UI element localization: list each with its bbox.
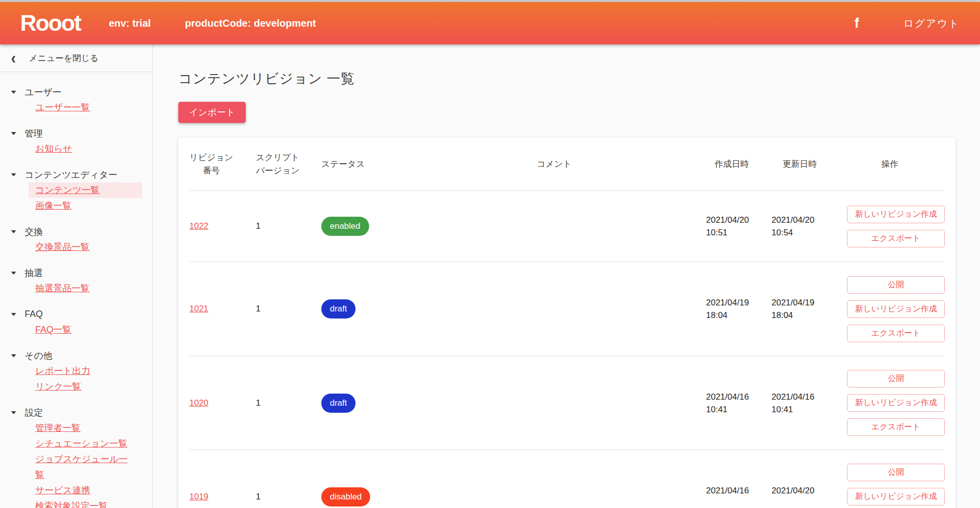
sidebar-section-header[interactable]: FAQ — [0, 306, 152, 322]
sidebar-link[interactable]: リンク一覧 — [35, 382, 81, 392]
table-header-row: リビジョン 番号 スクリプト バージョン ステータス コメント 作成日時 更新日… — [189, 138, 945, 191]
col-header-revision-no: リビジョン 番号 — [189, 151, 256, 177]
sidebar-link[interactable]: 画像一覧 — [35, 201, 72, 211]
sidebar-item: 画像一覧 — [0, 198, 152, 214]
status-cell: draft — [321, 299, 409, 319]
sidebar-section-label: 管理 — [25, 128, 43, 140]
action-button[interactable]: 新しいリビジョン作成 — [847, 488, 945, 505]
sidebar-item: コンテンツ一覧 — [29, 182, 142, 198]
revision-link[interactable]: 1021 — [189, 304, 208, 313]
sidebar-item: ジョブスケジュール一覧 — [0, 452, 152, 483]
col-header-updated: 更新日時 — [764, 158, 835, 170]
caret-down-icon — [11, 272, 16, 275]
table-row: 10221enabled2021/04/2010:512021/04/2010:… — [189, 191, 945, 262]
sidebar-menu: ユーザーユーザー一覧管理お知らせコンテンツエディターコンテンツ一覧画像一覧交換交… — [0, 72, 152, 508]
status-badge: disabled — [321, 487, 370, 506]
sidebar-item: ユーザー一覧 — [0, 100, 152, 115]
chevron-left-icon: ‹ — [11, 49, 16, 67]
status-cell: enabled — [321, 217, 409, 236]
date-line: 18:04 — [706, 309, 764, 322]
sidebar-section-header[interactable]: その他 — [0, 348, 152, 363]
sidebar-link[interactable]: 検索対象設定一覧 — [35, 501, 108, 508]
sidebar-link[interactable]: FAQ一覧 — [35, 325, 72, 335]
sidebar-link[interactable]: 管理者一覧 — [35, 423, 81, 433]
created-date-cell: 2021/04/2010:51 — [699, 191, 764, 262]
caret-down-icon — [11, 173, 16, 176]
close-menu-label: メニューを閉じる — [29, 52, 98, 64]
sidebar-section-label: FAQ — [25, 309, 43, 320]
sidebar-section: FAQFAQ一覧 — [0, 306, 152, 338]
main-content: コンテンツリビジョン 一覧 インポート リビジョン 番号 スクリプト バージョン… — [153, 44, 980, 508]
date-line: 18:04 — [772, 309, 835, 322]
script-version-cell: 1 — [256, 221, 321, 231]
sidebar-item: 管理者一覧 — [0, 420, 152, 436]
action-button[interactable]: 新しいリビジョン作成 — [847, 206, 945, 223]
date-line: 2021/04/16 — [706, 484, 764, 497]
updated-date-cell: 2021/04/1610:41 — [764, 356, 835, 450]
col-header-comment: コメント — [409, 158, 699, 170]
revision-cell: 1019 — [189, 492, 256, 502]
revision-cell: 1022 — [189, 221, 256, 231]
sidebar-link[interactable]: レポート出力 — [35, 366, 90, 376]
sidebar: ‹ メニューを閉じる ユーザーユーザー一覧管理お知らせコンテンツエディターコンテ… — [0, 44, 153, 508]
col-header-actions: 操作 — [835, 158, 945, 170]
sidebar-link[interactable]: サービス連携 — [35, 485, 90, 495]
table-body: 10221enabled2021/04/2010:512021/04/2010:… — [189, 191, 945, 508]
caret-down-icon — [11, 313, 16, 316]
action-button[interactable]: 新しいリビジョン作成 — [847, 300, 945, 318]
sidebar-link[interactable]: ジョブスケジュール一覧 — [35, 454, 127, 480]
sidebar-section: 交換交換景品一覧 — [0, 224, 152, 255]
action-button[interactable]: エクスポート — [847, 230, 945, 247]
status-badge: draft — [321, 394, 356, 413]
script-version-cell: 1 — [256, 304, 321, 314]
action-button[interactable]: 公開 — [847, 276, 945, 294]
action-button[interactable]: エクスポート — [847, 325, 945, 342]
logout-button[interactable]: ログアウト — [903, 17, 960, 30]
close-menu-button[interactable]: ‹ メニューを閉じる — [0, 44, 152, 72]
sidebar-link[interactable]: 交換景品一覧 — [35, 242, 90, 252]
action-button[interactable]: 公開 — [847, 370, 945, 388]
action-button[interactable]: 新しいリビジョン作成 — [847, 394, 945, 412]
script-version-cell: 1 — [256, 398, 321, 408]
action-button[interactable]: 公開 — [847, 464, 945, 481]
sidebar-section-label: ユーザー — [25, 86, 61, 98]
sidebar-section-header[interactable]: 抽選 — [0, 265, 152, 281]
sidebar-section-header[interactable]: ユーザー — [0, 84, 152, 100]
revision-link[interactable]: 1019 — [189, 492, 208, 501]
sidebar-section-header[interactable]: 管理 — [0, 125, 152, 141]
product-code-label: productCode: development — [185, 18, 316, 29]
actions-cell: 公開新しいリビジョン作成エクスポート — [835, 262, 945, 356]
table-row: 10211draft2021/04/1918:042021/04/1918:04… — [189, 262, 945, 356]
caret-down-icon — [11, 230, 16, 233]
sidebar-section-header[interactable]: 交換 — [0, 224, 152, 239]
sidebar-section-header[interactable]: コンテンツエディター — [0, 167, 152, 182]
sidebar-section: 管理お知らせ — [0, 125, 152, 157]
date-line: 10:51 — [706, 226, 764, 239]
sidebar-item: レポート出力 — [0, 363, 152, 379]
col-header-status: ステータス — [321, 158, 409, 170]
sidebar-link[interactable]: ユーザー一覧 — [35, 102, 90, 112]
env-label: env: trial — [109, 18, 151, 29]
sidebar-link[interactable]: コンテンツ一覧 — [35, 185, 100, 195]
date-line: 2021/04/20 — [706, 214, 764, 226]
sidebar-item: お知らせ — [0, 141, 152, 157]
revision-link[interactable]: 1022 — [189, 221, 208, 231]
sidebar-section-header[interactable]: 設定 — [0, 405, 152, 420]
facebook-icon[interactable]: f — [855, 16, 859, 31]
revision-link[interactable]: 1020 — [189, 398, 208, 408]
sidebar-item: シチュエーション一覧 — [0, 436, 152, 452]
page-title: コンテンツリビジョン 一覧 — [178, 70, 980, 88]
sidebar-link[interactable]: シチュエーション一覧 — [35, 438, 127, 449]
col-header-script-version: スクリプト バージョン — [256, 151, 321, 177]
status-cell: disabled — [321, 487, 409, 506]
sidebar-link[interactable]: お知らせ — [35, 144, 72, 154]
actions-cell: 公開新しいリビジョン作成 — [835, 450, 945, 508]
sidebar-link[interactable]: 抽選景品一覧 — [35, 283, 90, 293]
sidebar-section-label: その他 — [25, 350, 52, 362]
date-line: 2021/04/19 — [706, 296, 764, 309]
app-header: Rooot env: trial productCode: developmen… — [0, 2, 980, 44]
date-line: 10:41 — [706, 403, 764, 416]
date-line: 10:54 — [772, 226, 835, 239]
action-button[interactable]: エクスポート — [847, 418, 945, 436]
import-button[interactable]: インポート — [178, 102, 246, 123]
